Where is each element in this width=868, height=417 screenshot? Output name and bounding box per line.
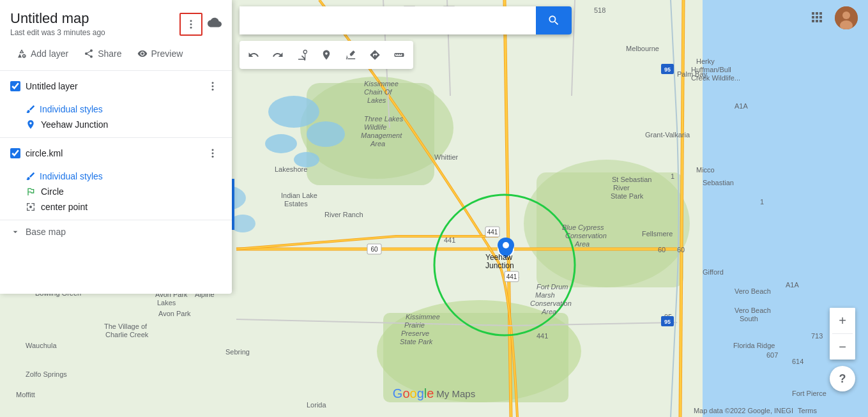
yeehaw-junction-item[interactable]: Yeehaw Junction (26, 117, 222, 132)
add-marker-button[interactable] (315, 43, 338, 66)
svg-text:Indian Lake: Indian Lake (281, 192, 317, 199)
svg-text:Kissimmee: Kissimmee (406, 313, 440, 321)
svg-point-108 (190, 24, 192, 26)
svg-text:Lakeshore: Lakeshore (275, 165, 307, 173)
svg-text:Kissimmee: Kissimmee (364, 80, 399, 87)
redo-button[interactable] (266, 43, 289, 66)
untitled-layer-header: Untitled layer (0, 71, 232, 102)
svg-text:Wauchula: Wauchula (26, 342, 57, 349)
share-button[interactable]: Share (77, 45, 128, 63)
svg-text:Zolfo Springs: Zolfo Springs (26, 370, 67, 378)
svg-text:Yeehaw: Yeehaw (485, 253, 513, 262)
svg-text:Charlie Creek: Charlie Creek (105, 331, 149, 338)
svg-point-115 (212, 156, 214, 158)
svg-text:Management: Management (361, 132, 402, 139)
svg-text:Lakes: Lakes (367, 96, 386, 104)
search-input[interactable] (240, 6, 536, 34)
circle-kml-checkbox[interactable] (10, 148, 20, 158)
svg-text:60: 60 (658, 246, 666, 254)
svg-text:A1A: A1A (786, 281, 799, 289)
svg-text:Conservation: Conservation (565, 232, 607, 239)
pan-button[interactable] (291, 43, 314, 66)
svg-text:Three Lakes: Three Lakes (364, 115, 404, 123)
svg-text:Conservation: Conservation (530, 299, 572, 307)
draw-line-button[interactable] (339, 43, 362, 66)
base-map-section[interactable]: Base map (0, 220, 232, 243)
map-attribution: Map data ©2022 Google, INEGI Terms (694, 407, 817, 414)
svg-point-10 (307, 121, 345, 147)
add-directions-button[interactable] (363, 43, 386, 66)
svg-text:Florida Ridge: Florida Ridge (733, 342, 775, 349)
svg-text:Fort Drum: Fort Drum (537, 283, 568, 291)
svg-text:95: 95 (664, 319, 671, 325)
svg-text:Herky: Herky (696, 57, 715, 65)
add-layer-button[interactable]: Add layer (10, 45, 75, 63)
svg-text:Junction: Junction (485, 261, 514, 270)
svg-text:Avon Park: Avon Park (158, 310, 191, 317)
svg-text:State Park: State Park (400, 338, 433, 345)
help-button[interactable]: ? (830, 366, 855, 391)
undo-button[interactable] (242, 43, 265, 66)
svg-point-114 (212, 153, 214, 155)
zoom-out-button[interactable]: − (830, 334, 855, 360)
svg-text:Lorida: Lorida (307, 401, 326, 409)
svg-text:Preserve: Preserve (401, 330, 429, 337)
svg-text:Vero Beach: Vero Beach (735, 307, 771, 314)
svg-text:614: 614 (792, 358, 803, 365)
map-toolbar (240, 41, 413, 69)
svg-point-19 (503, 242, 509, 248)
svg-text:Melbourne: Melbourne (626, 45, 659, 52)
untitled-layer-style-link[interactable]: Individual styles (26, 102, 222, 117)
circle-item[interactable]: Circle (26, 184, 222, 199)
svg-text:Prairie: Prairie (404, 321, 425, 329)
svg-text:Grant-Valkaria: Grant-Valkaria (645, 131, 690, 139)
svg-text:Lakes: Lakes (157, 299, 176, 307)
svg-text:60: 60 (677, 246, 685, 254)
top-right-controls (807, 6, 858, 29)
circle-label: Circle (41, 186, 64, 197)
search-bar (240, 6, 572, 34)
svg-text:Vero Beach: Vero Beach (735, 287, 771, 295)
preview-button[interactable]: Preview (131, 45, 190, 63)
svg-text:441: 441 (537, 332, 548, 340)
svg-text:A1A: A1A (735, 102, 748, 110)
save-to-drive-icon[interactable] (208, 17, 222, 32)
svg-text:Huffman/Bull: Huffman/Bull (691, 66, 731, 73)
svg-text:Sebring: Sebring (225, 348, 250, 356)
svg-text:State Park: State Park (611, 192, 644, 200)
untitled-layer-content: Individual styles Yeehaw Junction (0, 102, 232, 137)
circle-kml-content: Individual styles Circle center point (0, 169, 232, 220)
measure-button[interactable] (388, 43, 411, 66)
untitled-layer-checkbox[interactable] (10, 81, 20, 91)
svg-text:607: 607 (766, 351, 778, 359)
search-button[interactable] (536, 6, 572, 34)
untitled-layer-menu-button[interactable] (204, 77, 222, 95)
apps-grid-button[interactable] (807, 7, 827, 29)
sidebar-title-area: Untitled map Last edit was 3 minutes ago (10, 10, 179, 37)
svg-text:Marsh: Marsh (535, 291, 555, 299)
svg-text:Sebastian: Sebastian (703, 179, 734, 186)
svg-text:Micco: Micco (696, 166, 715, 174)
circle-kml-style-link[interactable]: Individual styles (26, 169, 222, 184)
svg-text:St Sebastian: St Sebastian (612, 176, 651, 183)
svg-point-116 (29, 206, 32, 208)
circle-kml-menu-button[interactable] (204, 144, 222, 162)
svg-text:The Village of: The Village of (104, 322, 148, 330)
terms-link[interactable]: Terms (798, 407, 817, 414)
svg-text:Wildlife: Wildlife (364, 123, 386, 131)
more-options-button[interactable] (179, 13, 202, 36)
yeehaw-junction-label: Yeehaw Junction (41, 119, 108, 130)
zoom-controls: + − (830, 308, 855, 360)
base-map-label: Base map (26, 227, 66, 237)
chevron-down-icon (10, 227, 20, 237)
zoom-in-button[interactable]: + (830, 308, 855, 333)
svg-text:441: 441 (444, 236, 455, 244)
attribution-text: Map data ©2022 Google, INEGI (694, 407, 793, 414)
svg-text:Area: Area (574, 240, 590, 248)
add-layer-label: Add layer (31, 49, 68, 59)
center-point-item[interactable]: center point (26, 199, 222, 215)
untitled-layer-style-label: Individual styles (40, 104, 103, 114)
layer-indicator-bar (232, 179, 234, 230)
user-avatar[interactable] (835, 6, 858, 29)
svg-text:441: 441 (506, 273, 517, 280)
